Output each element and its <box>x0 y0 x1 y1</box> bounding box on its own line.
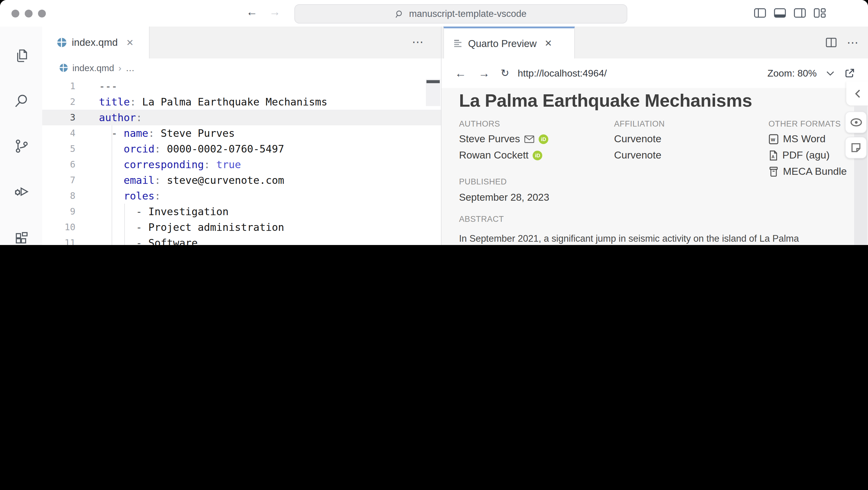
abstract-text: In September 2021, a significant jump in… <box>459 231 833 245</box>
code-line[interactable]: 8 roles: <box>42 188 441 204</box>
code-line[interactable]: 1--- <box>42 78 441 94</box>
reload-icon[interactable]: ↻ <box>501 67 509 79</box>
affiliation-value: Curvenote <box>614 150 661 162</box>
split-editor-icon[interactable] <box>826 37 837 47</box>
author-row: Steve Purves iD <box>459 134 548 145</box>
preview-group: Quarto Preview ✕ ⋯ ← → ↻ http://localhos… <box>441 27 868 245</box>
code-line[interactable]: 10 - Project administration <box>42 219 441 235</box>
code-line[interactable]: 11 - Software <box>42 235 441 245</box>
explorer-icon[interactable] <box>0 47 42 64</box>
format-link[interactable]: PDF (agu) <box>782 150 830 162</box>
activity-bar: R <box>0 27 43 245</box>
notes-button[interactable] <box>845 137 867 159</box>
code-text: - Software <box>99 237 198 245</box>
author-name: Rowan Cockett <box>459 150 529 162</box>
history-back-icon[interactable]: ← <box>246 5 257 19</box>
toggle-panel-icon[interactable] <box>774 8 786 18</box>
code-line[interactable]: 4 - name: Steve Purves <box>42 125 441 141</box>
editor-actions-more-icon[interactable]: ⋯ <box>412 35 424 49</box>
chevron-down-icon[interactable] <box>826 71 834 76</box>
preview-tab-bar: Quarto Preview ✕ ⋯ <box>441 27 868 59</box>
quarto-file-icon <box>59 63 68 72</box>
line-number: 1 <box>42 81 75 92</box>
code-line[interactable]: 7 email: steve@curvenote.com <box>42 172 441 188</box>
code-text: author: <box>99 111 142 124</box>
code-text: email: steve@curvenote.com <box>99 174 284 186</box>
code-text: orcid: 0000-0002-0760-5497 <box>99 143 284 155</box>
abstract-section: ABSTRACT In September 2021, a significan… <box>459 215 833 245</box>
breadcrumb: index.qmd › … <box>42 59 441 77</box>
zoom-level[interactable]: Zoom: 80% <box>767 68 817 79</box>
published-section: PUBLISHED September 28, 2023 <box>459 177 549 203</box>
breadcrumb-file[interactable]: index.qmd <box>72 63 114 73</box>
preview-forward-icon[interactable]: → <box>478 67 490 80</box>
toggle-secondary-sidebar-icon[interactable] <box>794 8 806 18</box>
pdf-icon: A <box>769 150 778 161</box>
preview-document: La Palma Earthquake Mechanisms AUTHORS S… <box>441 88 868 245</box>
toggle-reader-view-button[interactable] <box>845 111 867 133</box>
chevron-right-icon: › <box>118 63 121 73</box>
source-control-icon[interactable] <box>0 138 42 154</box>
line-number: 4 <box>42 128 75 139</box>
code-line[interactable]: 6 corresponding: true <box>42 157 441 172</box>
history-forward-icon[interactable]: → <box>269 5 280 19</box>
preview-nav-bar: ← → ↻ http://localhost:4964/ Zoom: 80% <box>441 59 868 88</box>
code-text: title: La Palma Earthquake Mechanisms <box>99 96 327 108</box>
line-number: 6 <box>42 159 75 170</box>
line-number: 5 <box>42 143 75 154</box>
more-actions-icon[interactable]: ⋯ <box>847 36 858 50</box>
code-line[interactable]: 9 - Investigation <box>42 204 441 219</box>
preview-url[interactable]: http://localhost:4964/ <box>518 68 607 79</box>
window-title: manuscript-template-vscode <box>409 8 526 19</box>
close-tab-icon[interactable]: ✕ <box>545 38 552 49</box>
code-editor[interactable]: 1---2title: La Palma Earthquake Mechanis… <box>42 77 441 245</box>
extensions-icon[interactable] <box>0 230 42 245</box>
orcid-icon[interactable]: iD <box>539 134 548 144</box>
line-number: 3 <box>42 112 75 123</box>
code-line[interactable]: 3author: <box>42 110 441 125</box>
format-link[interactable]: MS Word <box>783 133 826 145</box>
other-formats-column: OTHER FORMATS w MS Word A PDF (agu) <box>769 119 847 177</box>
code-line[interactable]: 5 orcid: 0000-0002-0760-5497 <box>42 141 441 157</box>
authors-column: AUTHORS Steve Purves iD Rowan Cockett iD <box>459 119 548 161</box>
close-tab-icon[interactable]: ✕ <box>126 37 134 48</box>
maximize-window-button[interactable] <box>38 10 46 18</box>
format-row: A PDF (agu) <box>769 150 847 161</box>
search-icon[interactable] <box>0 93 42 109</box>
code-line[interactable]: 2title: La Palma Earthquake Mechanisms <box>42 94 441 110</box>
author-row: Rowan Cockett iD <box>459 150 548 161</box>
code-text: --- <box>99 80 117 92</box>
editor-group: index.qmd ✕ ⋯ index.qmd › … 1---2title: … <box>42 27 441 245</box>
title-bar: ← → manuscript-template-vscode <box>0 0 868 27</box>
meca-icon <box>769 166 779 177</box>
preview-back-icon[interactable]: ← <box>455 67 466 80</box>
code-text: - name: Steve Purves <box>99 127 235 139</box>
close-window-button[interactable] <box>11 10 19 18</box>
line-number: 8 <box>42 191 75 201</box>
tab-quarto-preview[interactable]: Quarto Preview ✕ <box>443 27 575 59</box>
line-number: 11 <box>42 237 75 245</box>
tab-index-qmd[interactable]: index.qmd ✕ <box>42 27 150 59</box>
command-center-search[interactable]: manuscript-template-vscode <box>294 4 627 24</box>
line-number: 7 <box>42 175 75 186</box>
format-link[interactable]: MECA Bundle <box>783 166 847 178</box>
customize-layout-icon[interactable] <box>814 8 826 18</box>
mail-icon[interactable] <box>524 135 534 143</box>
line-number: 10 <box>42 222 75 233</box>
orcid-icon[interactable]: iD <box>533 151 542 160</box>
toggle-sidebar-icon[interactable] <box>754 8 766 18</box>
minimize-window-button[interactable] <box>25 10 33 18</box>
affiliation-value: Curvenote <box>614 133 661 145</box>
run-debug-icon[interactable] <box>0 183 42 200</box>
other-formats-label: OTHER FORMATS <box>769 119 847 128</box>
format-row: w MS Word <box>769 134 847 145</box>
line-number: 9 <box>42 206 75 217</box>
author-name: Steve Purves <box>459 133 520 145</box>
authors-label: AUTHORS <box>459 119 548 128</box>
collapse-panel-button[interactable] <box>846 81 868 105</box>
abstract-label: ABSTRACT <box>459 215 833 224</box>
tab-label: Quarto Preview <box>468 38 536 49</box>
open-external-icon[interactable] <box>844 67 855 79</box>
published-date: September 28, 2023 <box>459 192 549 203</box>
breadcrumb-symbol[interactable]: … <box>125 63 134 73</box>
